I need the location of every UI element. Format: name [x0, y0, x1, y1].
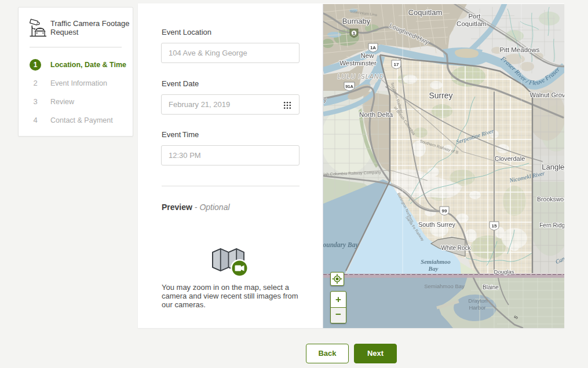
svg-text:Bay: Bay	[428, 266, 439, 272]
svg-text:Langley: Langley	[542, 163, 564, 171]
svg-text:Pitt Meadows: Pitt Meadows	[499, 46, 539, 53]
svg-text:1A: 1A	[370, 45, 376, 50]
svg-text:y: y	[323, 96, 327, 103]
svg-text:New: New	[360, 52, 374, 59]
svg-text:Semiahmoo: Semiahmoo	[421, 259, 450, 265]
svg-text:Douglas: Douglas	[494, 268, 514, 275]
svg-text:Blaine: Blaine	[483, 284, 499, 290]
svg-text:White Rock: White Rock	[441, 245, 471, 251]
svg-text:LULU ISLAND: LULU ISLAND	[338, 73, 385, 80]
svg-text:Coquitlam: Coquitlam	[408, 8, 443, 17]
svg-text:Brookswood: Brookswood	[537, 196, 564, 203]
svg-text:South Surrey: South Surrey	[418, 221, 456, 228]
svg-text:Fern Ridge: Fern Ridge	[539, 222, 564, 229]
svg-text:Coquitlam: Coquitlam	[456, 20, 487, 27]
svg-text:North Delta: North Delta	[359, 111, 393, 118]
svg-text:91A: 91A	[345, 84, 353, 89]
svg-text:Burnaby: Burnaby	[342, 17, 371, 25]
svg-text:oundary Bay: oundary Bay	[323, 241, 359, 249]
svg-text:99: 99	[442, 208, 447, 214]
svg-text:Cloverdale: Cloverdale	[495, 155, 525, 162]
svg-text:Walnut Grove: Walnut Grove	[530, 91, 564, 98]
svg-text:15: 15	[492, 223, 497, 229]
svg-text:Harbor: Harbor	[469, 304, 485, 311]
svg-text:Port: Port	[468, 13, 481, 20]
svg-text:Surrey: Surrey	[429, 91, 452, 100]
svg-text:Westminster: Westminster	[339, 60, 377, 67]
svg-text:Drayton: Drayton	[468, 297, 487, 304]
svg-text:Semiahmoo Bay: Semiahmoo Bay	[424, 283, 465, 289]
svg-text:17: 17	[394, 62, 399, 67]
svg-text:1: 1	[353, 31, 356, 36]
